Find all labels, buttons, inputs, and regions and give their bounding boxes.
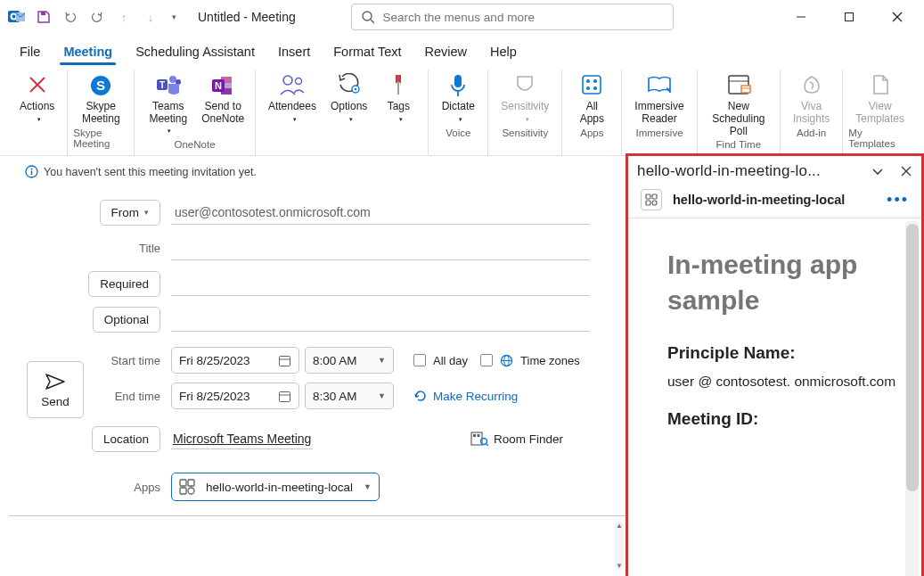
side-panel: hello-world-in-meeting-lo... hello-world…	[626, 153, 924, 576]
tab-meeting[interactable]: Meeting	[61, 43, 114, 64]
app-chip-icon	[179, 479, 195, 495]
tab-format[interactable]: Format Text	[331, 43, 403, 64]
qa-prev-icon[interactable]: ↑	[112, 5, 135, 29]
maximize-button[interactable]	[830, 4, 869, 29]
ribbon-options[interactable]: Options ▾	[323, 70, 374, 126]
title-input[interactable]	[175, 241, 590, 255]
app-chip[interactable]: hello-world-in-meeting-local ▼	[171, 473, 380, 501]
ribbon-onenote[interactable]: N Send toOneNote	[196, 70, 249, 126]
group-skype: Skype Meeting	[73, 126, 128, 152]
svg-point-34	[593, 86, 597, 90]
body-scrollbar[interactable]: ▲▼	[615, 522, 624, 570]
location-button[interactable]: Location	[92, 426, 160, 452]
svg-point-32	[593, 79, 597, 83]
ribbon-viva: VivaInsights	[786, 70, 837, 126]
ribbon-skype[interactable]: S SkypeMeeting	[75, 70, 127, 126]
search-box[interactable]	[351, 4, 674, 30]
templates-icon	[870, 73, 891, 98]
svg-rect-30	[583, 76, 601, 94]
viva-icon	[799, 73, 824, 98]
room-finder-link[interactable]: Room Finder	[470, 432, 563, 446]
panel-title: In-meeting app sample	[667, 247, 907, 317]
allday-checkbox[interactable]: All day	[413, 354, 468, 367]
search-input[interactable]	[383, 11, 664, 24]
ribbon-allapps[interactable]: AllApps	[568, 70, 616, 126]
svg-point-40	[31, 169, 33, 170]
group-findtime: Find Time	[716, 137, 762, 153]
from-value: user@contosotest.onmicrosoft.com	[171, 200, 590, 225]
timezones-checkbox[interactable]: Time zones	[480, 354, 580, 367]
tab-help[interactable]: Help	[488, 43, 519, 64]
svg-point-25	[354, 88, 356, 91]
group-immersive: Immersive	[636, 126, 683, 142]
chevron-down-icon[interactable]	[871, 165, 884, 177]
required-button[interactable]: Required	[88, 271, 160, 297]
dictate-icon	[448, 73, 468, 98]
panel-scrollbar-thumb[interactable]	[906, 224, 919, 491]
ribbon-teams[interactable]: T TeamsMeeting ▾	[140, 70, 196, 137]
required-input[interactable]	[175, 276, 590, 291]
svg-rect-56	[180, 488, 186, 494]
svg-rect-6	[846, 13, 854, 21]
qa-next-icon[interactable]: ↓	[139, 5, 162, 29]
svg-rect-47	[280, 391, 290, 401]
tab-file[interactable]: File	[18, 43, 42, 64]
tab-scheduling[interactable]: Scheduling Assistant	[134, 43, 257, 64]
svg-rect-50	[473, 434, 476, 437]
send-icon	[45, 372, 66, 391]
svg-text:S: S	[96, 78, 105, 93]
ribbon-dictate[interactable]: Dictate ▾	[434, 70, 482, 126]
panel-more-button[interactable]: •••	[887, 191, 909, 210]
meeting-id-label: Meeting ID:	[667, 409, 907, 429]
svg-rect-49	[471, 432, 482, 445]
end-time-input[interactable]: 8:30 AM▼	[305, 383, 394, 409]
ribbon-immersive[interactable]: ImmersiveReader	[627, 70, 691, 126]
ribbon-tags[interactable]: Tags ▾	[374, 70, 422, 126]
start-label: Start time	[110, 354, 160, 367]
calendar-icon	[278, 354, 291, 367]
close-button[interactable]	[878, 4, 917, 29]
redo-icon[interactable]	[86, 5, 109, 29]
svg-text:T: T	[159, 80, 165, 90]
ribbon-actions[interactable]: Actions ▾	[12, 70, 61, 126]
make-recurring-link[interactable]: Make Recurring	[413, 389, 518, 403]
svg-point-33	[586, 86, 590, 90]
panel-close-icon[interactable]	[900, 165, 912, 177]
svg-rect-54	[180, 480, 186, 486]
location-value[interactable]: Microsoft Teams Meeting	[171, 429, 313, 449]
undo-icon[interactable]	[59, 5, 82, 29]
ribbon-attendees[interactable]: Attendees ▾	[261, 70, 323, 126]
principle-value: user @ contosotest. onmicrosoft.com	[667, 374, 907, 390]
start-time-input[interactable]: 8:00 AM▼	[305, 347, 394, 374]
qa-customize-icon[interactable]: ▾	[166, 5, 182, 29]
send-button[interactable]: Send	[27, 361, 84, 418]
principle-label: Principle Name:	[667, 343, 907, 363]
group-addin: Add-in	[797, 126, 826, 142]
message-body[interactable]: ▲▼	[9, 515, 626, 576]
panel-app-icon	[641, 189, 662, 210]
svg-rect-57	[188, 488, 194, 494]
search-icon	[361, 10, 374, 24]
immersive-icon	[646, 73, 673, 98]
optional-input[interactable]	[175, 312, 590, 326]
notice-text: You haven't sent this meeting invitation…	[44, 166, 257, 178]
from-button[interactable]: From ▾	[100, 200, 161, 226]
globe-icon	[500, 354, 513, 367]
svg-rect-74	[646, 194, 650, 199]
svg-rect-2	[41, 12, 45, 15]
ribbon-poll[interactable]: NewScheduling Poll	[703, 70, 774, 137]
tab-insert[interactable]: Insert	[276, 43, 312, 64]
end-date-input[interactable]: Fri 8/25/2023	[171, 383, 299, 409]
app-outlook-icon	[5, 5, 29, 29]
tags-icon	[388, 73, 408, 98]
ribbon-sensitivity: Sensitivity ▾	[494, 70, 556, 126]
tab-review[interactable]: Review	[423, 43, 470, 64]
start-date-input[interactable]: Fri 8/25/2023	[171, 347, 299, 374]
panel-header: hello-world-in-meeting-lo...	[637, 162, 863, 180]
svg-point-23	[295, 78, 301, 85]
recurring-icon	[413, 389, 428, 403]
minimize-button[interactable]	[781, 4, 821, 29]
svg-line-4	[371, 20, 374, 23]
optional-button[interactable]: Optional	[93, 307, 160, 333]
save-icon[interactable]	[32, 5, 55, 29]
